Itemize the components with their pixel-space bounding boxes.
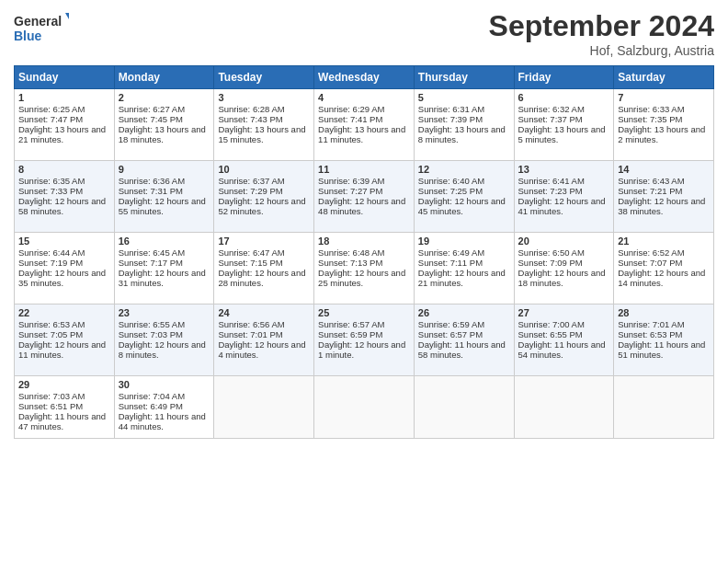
daylight: Daylight: 12 hours and 52 minutes. <box>218 196 305 216</box>
calendar-cell: 24 Sunrise: 6:56 AM Sunset: 7:01 PM Dayl… <box>214 304 314 376</box>
daylight: Daylight: 13 hours and 18 minutes. <box>119 124 206 144</box>
day-number: 13 <box>518 164 610 175</box>
logo-svg: General Blue <box>14 9 69 46</box>
day-number: 16 <box>119 236 210 247</box>
daylight: Daylight: 11 hours and 44 minutes. <box>119 411 206 431</box>
daylight: Daylight: 13 hours and 5 minutes. <box>518 124 606 144</box>
calendar-cell <box>414 376 514 439</box>
calendar-cell: 30 Sunrise: 7:04 AM Sunset: 6:49 PM Dayl… <box>114 376 214 439</box>
sunrise: Sunrise: 6:53 AM <box>18 319 85 329</box>
daylight: Daylight: 12 hours and 21 minutes. <box>418 268 506 288</box>
calendar-cell: 16 Sunrise: 6:45 AM Sunset: 7:17 PM Dayl… <box>114 233 214 304</box>
sunset: Sunset: 7:03 PM <box>119 329 183 339</box>
sunset: Sunset: 7:27 PM <box>318 186 382 196</box>
sunset: Sunset: 6:53 PM <box>618 329 682 339</box>
month-title: September 2024 <box>489 9 714 43</box>
day-number: 11 <box>318 164 410 175</box>
title-block: September 2024 Hof, Salzburg, Austria <box>489 9 714 58</box>
calendar-cell <box>214 376 314 439</box>
col-header-wednesday: Wednesday <box>314 66 415 89</box>
sunset: Sunset: 7:47 PM <box>18 114 83 124</box>
day-number: 4 <box>318 92 410 103</box>
calendar-cell: 19 Sunrise: 6:49 AM Sunset: 7:11 PM Dayl… <box>414 233 514 304</box>
daylight: Daylight: 11 hours and 51 minutes. <box>618 339 705 360</box>
daylight: Daylight: 12 hours and 11 minutes. <box>18 339 106 360</box>
sunrise: Sunrise: 6:39 AM <box>318 176 384 186</box>
calendar-cell: 9 Sunrise: 6:36 AM Sunset: 7:31 PM Dayli… <box>114 161 214 233</box>
sunset: Sunset: 7:15 PM <box>218 258 282 268</box>
day-number: 18 <box>318 236 410 247</box>
sunrise: Sunrise: 7:04 AM <box>119 391 185 401</box>
sunrise: Sunrise: 7:00 AM <box>518 319 585 329</box>
daylight: Daylight: 12 hours and 4 minutes. <box>218 339 305 360</box>
sunrise: Sunrise: 6:35 AM <box>18 176 85 186</box>
sunrise: Sunrise: 6:33 AM <box>618 104 684 114</box>
svg-marker-2 <box>65 13 69 26</box>
day-number: 21 <box>618 236 710 247</box>
svg-text:Blue: Blue <box>14 29 42 43</box>
daylight: Daylight: 11 hours and 47 minutes. <box>18 411 106 431</box>
calendar-cell: 27 Sunrise: 7:00 AM Sunset: 6:55 PM Dayl… <box>514 304 614 376</box>
daylight: Daylight: 12 hours and 48 minutes. <box>318 196 405 216</box>
daylight: Daylight: 11 hours and 54 minutes. <box>518 339 606 360</box>
daylight: Daylight: 11 hours and 58 minutes. <box>418 339 506 360</box>
day-number: 29 <box>18 379 110 390</box>
sunset: Sunset: 6:51 PM <box>18 401 83 411</box>
calendar-cell: 18 Sunrise: 6:48 AM Sunset: 7:13 PM Dayl… <box>314 233 415 304</box>
calendar-cell: 10 Sunrise: 6:37 AM Sunset: 7:29 PM Dayl… <box>214 161 314 233</box>
sunrise: Sunrise: 6:45 AM <box>119 247 185 258</box>
sunset: Sunset: 7:17 PM <box>119 258 183 268</box>
day-number: 1 <box>18 92 110 103</box>
sunset: Sunset: 7:33 PM <box>18 186 83 196</box>
col-header-tuesday: Tuesday <box>214 66 314 89</box>
sunrise: Sunrise: 6:44 AM <box>18 247 85 258</box>
col-header-saturday: Saturday <box>614 66 714 89</box>
daylight: Daylight: 13 hours and 8 minutes. <box>418 124 506 144</box>
day-number: 19 <box>418 236 510 247</box>
daylight: Daylight: 12 hours and 28 minutes. <box>218 268 305 288</box>
calendar-cell: 29 Sunrise: 7:03 AM Sunset: 6:51 PM Dayl… <box>15 376 115 439</box>
col-header-sunday: Sunday <box>15 66 115 89</box>
sunrise: Sunrise: 7:03 AM <box>18 391 85 401</box>
sunrise: Sunrise: 6:40 AM <box>418 176 484 186</box>
calendar-cell: 22 Sunrise: 6:53 AM Sunset: 7:05 PM Dayl… <box>15 304 115 376</box>
sunrise: Sunrise: 6:31 AM <box>418 104 484 114</box>
daylight: Daylight: 12 hours and 38 minutes. <box>618 196 705 216</box>
calendar-page: General Blue September 2024 Hof, Salzbur… <box>0 0 728 563</box>
daylight: Daylight: 13 hours and 11 minutes. <box>318 124 405 144</box>
sunset: Sunset: 6:57 PM <box>418 329 483 339</box>
sunrise: Sunrise: 6:59 AM <box>418 319 484 329</box>
day-number: 23 <box>119 307 210 318</box>
calendar-table: SundayMondayTuesdayWednesdayThursdayFrid… <box>14 65 714 439</box>
sunrise: Sunrise: 6:41 AM <box>518 176 585 186</box>
sunset: Sunset: 7:11 PM <box>418 258 483 268</box>
day-number: 26 <box>418 307 510 318</box>
sunset: Sunset: 7:21 PM <box>618 186 682 196</box>
sunrise: Sunrise: 6:37 AM <box>218 176 284 186</box>
sunset: Sunset: 6:55 PM <box>518 329 583 339</box>
daylight: Daylight: 13 hours and 2 minutes. <box>618 124 705 144</box>
sunrise: Sunrise: 7:01 AM <box>618 319 684 329</box>
header: General Blue September 2024 Hof, Salzbur… <box>14 9 714 58</box>
sunrise: Sunrise: 6:56 AM <box>218 319 284 329</box>
day-number: 28 <box>618 307 710 318</box>
day-number: 15 <box>18 236 110 247</box>
sunrise: Sunrise: 6:49 AM <box>418 247 484 258</box>
calendar-cell: 21 Sunrise: 6:52 AM Sunset: 7:07 PM Dayl… <box>614 233 714 304</box>
sunset: Sunset: 7:13 PM <box>318 258 382 268</box>
sunset: Sunset: 7:45 PM <box>119 114 183 124</box>
sunset: Sunset: 7:39 PM <box>418 114 483 124</box>
location: Hof, Salzburg, Austria <box>489 43 714 58</box>
sunset: Sunset: 7:19 PM <box>18 258 83 268</box>
day-number: 24 <box>218 307 310 318</box>
sunset: Sunset: 7:05 PM <box>18 329 83 339</box>
sunset: Sunset: 7:29 PM <box>218 186 282 196</box>
calendar-cell: 2 Sunrise: 6:27 AM Sunset: 7:45 PM Dayli… <box>114 89 214 161</box>
calendar-cell: 8 Sunrise: 6:35 AM Sunset: 7:33 PM Dayli… <box>15 161 115 233</box>
day-number: 12 <box>418 164 510 175</box>
calendar-cell: 12 Sunrise: 6:40 AM Sunset: 7:25 PM Dayl… <box>414 161 514 233</box>
sunset: Sunset: 7:35 PM <box>618 114 682 124</box>
sunrise: Sunrise: 6:52 AM <box>618 247 684 258</box>
day-number: 14 <box>618 164 710 175</box>
day-number: 6 <box>518 92 610 103</box>
